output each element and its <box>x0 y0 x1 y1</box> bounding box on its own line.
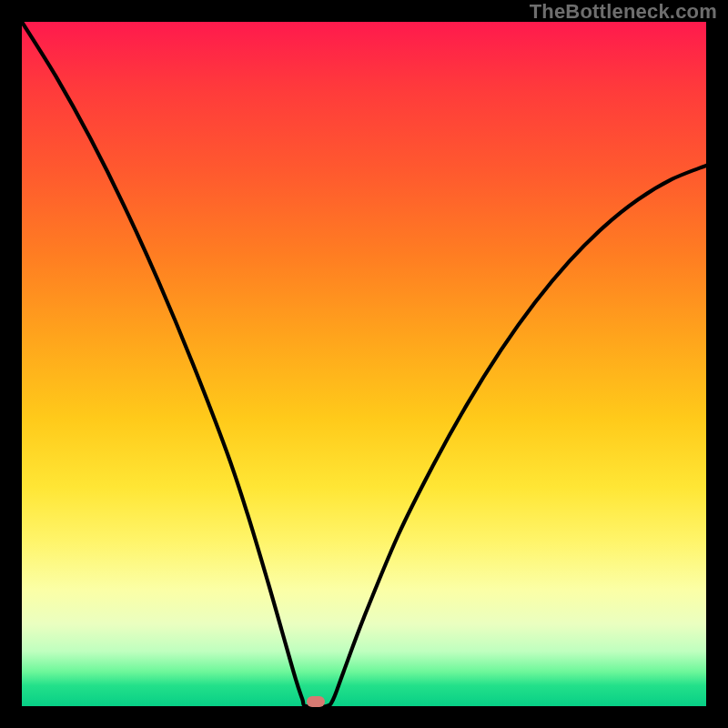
minimum-marker <box>307 696 325 707</box>
chart-frame: TheBottleneck.com <box>0 0 728 728</box>
bottleneck-curve <box>22 22 706 706</box>
plot-area <box>22 22 706 706</box>
watermark-text: TheBottleneck.com <box>530 0 717 24</box>
